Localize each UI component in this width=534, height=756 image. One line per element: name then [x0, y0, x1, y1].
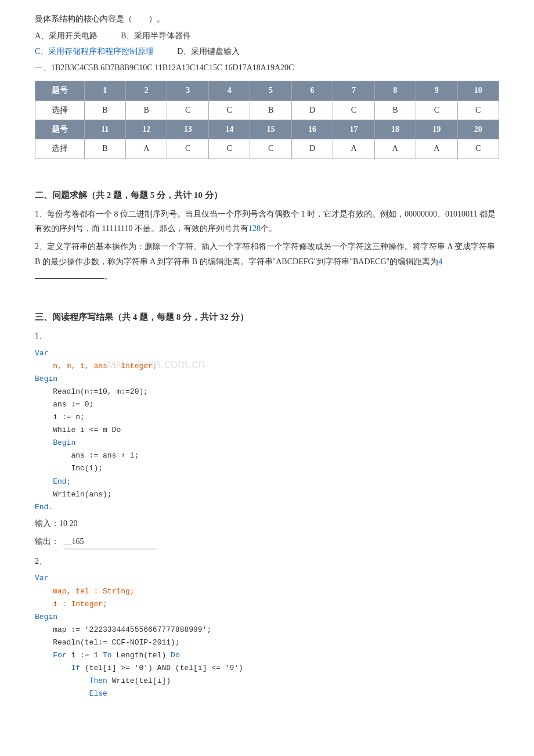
prog1-line-12: Writeln(ans);: [35, 488, 499, 501]
q2-text: 2、定义字符串的基本操作为：删除一个字符、插入一个字符和将一个字符修改成另一个字…: [35, 242, 495, 265]
table2-header-row: 题号 11 12 13 14 15 16 17 18 19 20: [35, 120, 499, 139]
table2-header-3: 13: [167, 120, 208, 139]
table2-header-1: 11: [84, 120, 125, 139]
table2-header-9: 19: [416, 120, 457, 139]
table2-v4: C: [208, 139, 250, 159]
table2-header-10: 20: [457, 120, 499, 139]
prog1-line-1: Var: [35, 347, 499, 360]
table1-v1: B: [84, 100, 125, 120]
option-d: D、采用键盘输入: [177, 45, 240, 58]
table1-v5: B: [250, 100, 291, 120]
prog2-line-3: i : Integer;: [35, 598, 499, 611]
table2-header-0: 题号: [35, 120, 85, 139]
table2-v5: C: [250, 139, 291, 159]
prog1-input: 输入：10 20: [35, 516, 499, 531]
q2-suffix: 。: [104, 272, 113, 280]
section2-q2: 2、定义字符串的基本操作为：删除一个字符、插入一个字符和将一个字符修改成另一个字…: [35, 239, 499, 283]
prog1-output-label: 输出：: [35, 537, 59, 546]
table1-header-4: 4: [208, 81, 250, 100]
table1-v3: C: [167, 100, 208, 120]
table2-v3: C: [167, 139, 208, 159]
section1-title: 一、1B2B3C4C5B 6D7B8B9C10C 11B12A13C14C15C…: [35, 60, 499, 75]
prog2-line-4: Begin: [35, 611, 499, 624]
prog1-line-7: While i <= m Do: [35, 424, 499, 437]
prog1-line-5: ans := 0;: [35, 398, 499, 411]
section3-title: 三、阅读程序写结果（共 4 题，每题 8 分，共计 32 分）: [35, 310, 499, 324]
prog2-line-7: For i := 1 To Length(tel) Do: [35, 649, 499, 662]
table2-header-4: 14: [208, 120, 250, 139]
table2-header-7: 17: [333, 120, 374, 139]
prog2-line-8: If (tel[i] >= '0') AND (tel[i] <= '9'): [35, 662, 499, 675]
table1-header-7: 7: [333, 81, 374, 100]
table2-v10: C: [457, 139, 499, 159]
table1-v4: C: [208, 100, 250, 120]
option-b: B、采用半导体器件: [121, 30, 191, 42]
prog1-output: 输出： __165: [35, 534, 499, 549]
prog1-line-4: Readln(n:=10, m:=20);: [35, 386, 499, 398]
section2-title: 二、问题求解（共 2 题，每题 5 分，共计 10 分）: [35, 188, 499, 202]
table1-header-8: 8: [374, 81, 416, 100]
prog1-label: 1、: [35, 329, 499, 343]
prog1-line-10: Inc(i);: [35, 462, 499, 475]
prog1-line-3: Begin: [35, 373, 499, 386]
prog2-line-1: Var: [35, 572, 499, 585]
prog2-line-6: Readln(tel:= CCF-NOIP-2011);: [35, 636, 499, 649]
table1-header-0: 题号: [35, 81, 85, 100]
table1-header-9: 9: [416, 81, 457, 100]
table2-header-5: 15: [250, 120, 291, 139]
table1-label: 选择: [35, 100, 85, 120]
prog2-line-10: Else: [35, 687, 499, 700]
table1-value-row: 选择 B B C C B D C B C C: [35, 100, 499, 120]
table1-v9: C: [416, 100, 457, 120]
q1-answer: 128: [248, 224, 261, 233]
options-row-1: A、采用开关电路 B、采用半导体器件: [35, 30, 499, 42]
table1-header-10: 10: [457, 81, 499, 100]
prog2-code: Var map, tel : String; i : Integer; Begi…: [35, 572, 499, 700]
table1-header-1: 1: [84, 81, 125, 100]
prog2-line-5: map := '2223334445556667777888999';: [35, 624, 499, 636]
table2-value-row: 选择 B A C C C D A A A C: [35, 139, 499, 159]
table2-v9: A: [416, 139, 457, 159]
prog1-code: www.zixin.com.cn Var n, m, i, ans : Inte…: [35, 347, 499, 514]
table2-v6: D: [291, 139, 333, 159]
q1-suffix: 个。: [261, 224, 277, 233]
table1-v8: B: [374, 100, 416, 120]
table1-v6: D: [291, 100, 333, 120]
table1-header-2: 2: [126, 81, 167, 100]
table2-header-2: 12: [126, 120, 167, 139]
prog1-line-13: End.: [35, 501, 499, 514]
q2-answer: 4: [438, 257, 442, 266]
table1-v2: B: [126, 100, 167, 120]
table2-v1: B: [84, 139, 125, 159]
prog1-line-11: End;: [35, 476, 499, 488]
table1-v10: C: [457, 100, 499, 120]
prog2-line-2: map, tel : String;: [35, 585, 499, 598]
table2-label: 选择: [35, 139, 85, 159]
table2-header-6: 16: [291, 120, 333, 139]
table2-v2: A: [126, 139, 167, 159]
table1-header-3: 3: [167, 81, 208, 100]
options-row-2: C、采用存储程序和程序控制原理 D、采用键盘输入: [35, 45, 499, 58]
table2-v8: A: [374, 139, 416, 159]
table1-header-5: 5: [250, 81, 291, 100]
option-c-link[interactable]: C、采用存储程序和程序控制原理: [35, 45, 154, 58]
q2-blank: [35, 278, 104, 279]
intro-question: 曼体系结构的核心内容是（ ）。: [35, 12, 499, 26]
prog1-line-8: Begin: [35, 437, 499, 449]
table2-v7: A: [333, 139, 374, 159]
table1-header-6: 6: [291, 81, 333, 100]
prog2-line-9: Then Write(tel[i]): [35, 675, 499, 687]
option-a: A、采用开关电路: [35, 30, 98, 42]
prog1-line-6: i := n;: [35, 411, 499, 424]
prog1-line-2: n, m, i, ans : Integer;: [35, 360, 499, 373]
prog1-output-answer: __165: [64, 534, 157, 549]
section2-q1: 1、每份考卷都有一个 8 位二进制序列号。当且仅当一个序列号含有偶数个 1 时，…: [35, 207, 499, 236]
table1-header-row: 题号 1 2 3 4 5 6 7 8 9 10: [35, 81, 499, 100]
answer-table-1: 题号 1 2 3 4 5 6 7 8 9 10 选择 B B C C B D C…: [35, 81, 499, 159]
prog1-line-9: ans := ans + i;: [35, 449, 499, 462]
table2-header-8: 18: [374, 120, 416, 139]
prog2-label: 2、: [35, 554, 499, 568]
table1-v7: C: [333, 100, 374, 120]
